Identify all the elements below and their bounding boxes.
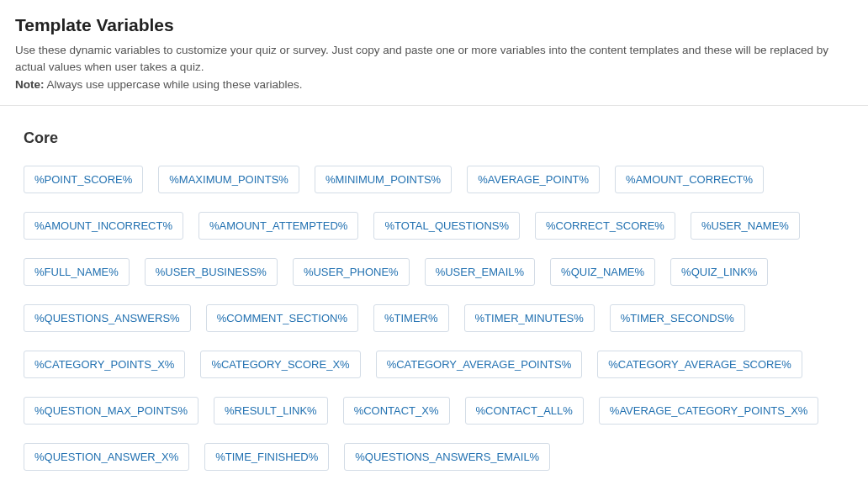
variable-tag[interactable]: %CATEGORY_POINTS_X% bbox=[24, 351, 185, 378]
variable-tag[interactable]: %QUIZ_NAME% bbox=[550, 258, 655, 286]
variable-tag[interactable]: %RESULT_LINK% bbox=[214, 397, 328, 425]
section-heading: Core bbox=[24, 129, 844, 147]
variable-tag[interactable]: %QUIZ_LINK% bbox=[670, 258, 768, 286]
variable-tag[interactable]: %CONTACT_X% bbox=[343, 397, 450, 425]
variable-tag[interactable]: %TIME_FINISHED% bbox=[204, 443, 329, 471]
header-section: Template Variables Use these dynamic var… bbox=[0, 0, 868, 106]
variable-tag[interactable]: %TIMER% bbox=[373, 304, 449, 332]
variable-tag[interactable]: %TIMER_MINUTES% bbox=[464, 304, 595, 332]
variable-tag[interactable]: %QUESTIONS_ANSWERS_EMAIL% bbox=[344, 443, 550, 471]
variable-tag[interactable]: %AMOUNT_CORRECT% bbox=[615, 166, 764, 193]
variable-tag[interactable]: %USER_NAME% bbox=[691, 212, 800, 240]
variable-tag[interactable]: %CATEGORY_AVERAGE_SCORE% bbox=[597, 351, 802, 378]
variable-tag[interactable]: %AVERAGE_CATEGORY_POINTS_X% bbox=[599, 397, 819, 425]
variable-tag[interactable]: %POINT_SCORE% bbox=[24, 166, 143, 193]
variable-tag[interactable]: %USER_BUSINESS% bbox=[145, 258, 278, 286]
variable-tag[interactable]: %USER_PHONE% bbox=[293, 258, 410, 286]
variable-tag[interactable]: %AVERAGE_POINT% bbox=[467, 166, 600, 193]
variable-tag[interactable]: %MAXIMUM_POINTS% bbox=[158, 166, 299, 193]
note-text: Always use uppercase while using these v… bbox=[45, 78, 303, 91]
variable-tag[interactable]: %AMOUNT_ATTEMPTED% bbox=[198, 212, 358, 240]
variable-tag[interactable]: %CORRECT_SCORE% bbox=[535, 212, 675, 240]
description: Use these dynamic variables to customize… bbox=[15, 42, 853, 93]
variable-tag[interactable]: %QUESTIONS_ANSWERS% bbox=[24, 304, 191, 332]
variable-tag[interactable]: %QUESTION_ANSWER_X% bbox=[24, 443, 189, 471]
variable-tag[interactable]: %MINIMUM_POINTS% bbox=[315, 166, 452, 193]
variable-tag[interactable]: %QUESTION_MAX_POINTS% bbox=[24, 397, 198, 425]
description-text: Use these dynamic variables to customize… bbox=[15, 44, 828, 73]
variable-tag[interactable]: %COMMENT_SECTION% bbox=[206, 304, 358, 332]
variable-tag[interactable]: %USER_EMAIL% bbox=[425, 258, 535, 286]
variable-tag[interactable]: %FULL_NAME% bbox=[24, 258, 130, 286]
note-prefix: Note: bbox=[15, 78, 45, 91]
variable-tag[interactable]: %AMOUNT_INCORRECT% bbox=[24, 212, 183, 240]
variable-tag[interactable]: %TOTAL_QUESTIONS% bbox=[373, 212, 520, 240]
content-section: Core %POINT_SCORE%%MAXIMUM_POINTS%%MINIM… bbox=[0, 106, 868, 480]
variable-tag[interactable]: %CATEGORY_SCORE_X% bbox=[200, 351, 360, 378]
page-title: Template Variables bbox=[15, 15, 853, 35]
variable-tag[interactable]: %CATEGORY_AVERAGE_POINTS% bbox=[376, 351, 583, 378]
variable-tag[interactable]: %TIMER_SECONDS% bbox=[610, 304, 745, 332]
variable-tag[interactable]: %CONTACT_ALL% bbox=[465, 397, 584, 425]
tags-container: %POINT_SCORE%%MAXIMUM_POINTS%%MINIMUM_PO… bbox=[24, 166, 844, 471]
